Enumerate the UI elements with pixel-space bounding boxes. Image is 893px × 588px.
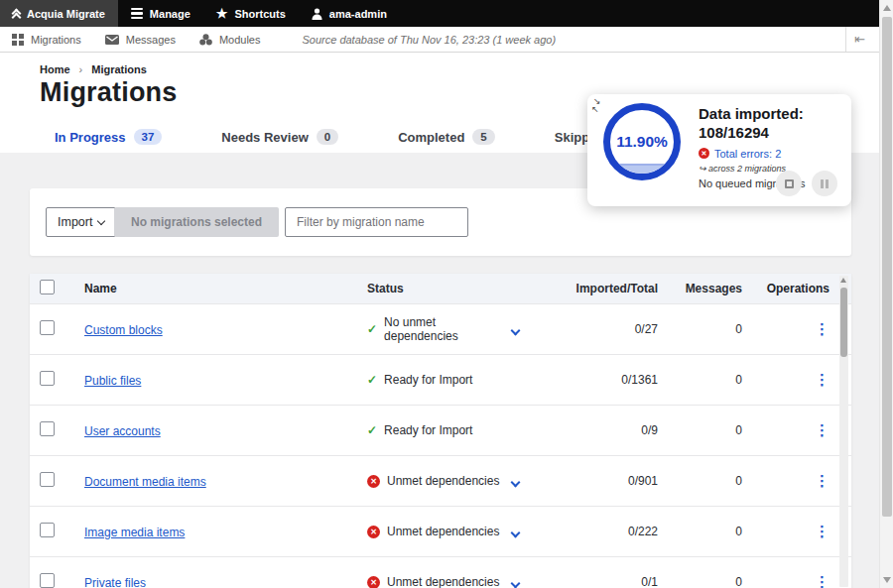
manage-label: Manage bbox=[150, 8, 191, 20]
migration-link[interactable]: Document media items bbox=[84, 475, 206, 489]
toolbar-item-manage[interactable]: Manage bbox=[118, 0, 203, 27]
tab-count-badge: 0 bbox=[317, 129, 338, 145]
shortcuts-label: Shortcuts bbox=[234, 8, 285, 20]
row-checkbox[interactable] bbox=[40, 320, 55, 335]
scroll-down-icon[interactable] bbox=[883, 577, 891, 583]
table-row: Image media items Unmet dependencies 0/2… bbox=[30, 506, 851, 556]
row-checkbox[interactable] bbox=[40, 573, 55, 588]
imported-total-value: 0/9 bbox=[546, 423, 658, 437]
row-checkbox[interactable] bbox=[40, 421, 55, 436]
status-icon bbox=[367, 475, 380, 488]
subnav-item-migrations[interactable]: Migrations bbox=[0, 34, 93, 46]
acquia-migrate-app: Acquia Migrate Manage ★ Shortcuts ama-ad… bbox=[0, 0, 893, 588]
double-chevron-up-icon bbox=[13, 10, 20, 17]
imported-total-value: 0/1361 bbox=[546, 373, 658, 387]
subnav-modules-label: Modules bbox=[219, 34, 261, 46]
table-scrollbar[interactable] bbox=[839, 276, 848, 587]
table-row: User accounts Ready for Import 0/9 0 ⋮ bbox=[30, 405, 851, 455]
progress-percent: 11.90% bbox=[610, 110, 674, 174]
migration-link[interactable]: Public files bbox=[84, 374, 141, 388]
toolbar-item-user[interactable]: ama-admin bbox=[299, 0, 400, 27]
table-row: Document media items Unmet dependencies … bbox=[30, 455, 851, 506]
status-text: Unmet dependencies bbox=[387, 474, 499, 488]
total-errors-link[interactable]: ✕ Total errors: 2 bbox=[699, 148, 843, 160]
toolbar-orientation-toggle[interactable]: ⇤ bbox=[845, 27, 873, 52]
pause-button[interactable] bbox=[812, 171, 837, 196]
kebab-menu-icon[interactable]: ⋮ bbox=[815, 371, 829, 388]
subnav-item-messages[interactable]: Messages bbox=[93, 34, 188, 46]
header-imported-total: Imported/Total bbox=[546, 282, 658, 295]
chevron-down-icon bbox=[97, 216, 105, 224]
tab-label: Completed bbox=[398, 130, 464, 145]
kebab-menu-icon[interactable]: ⋮ bbox=[815, 573, 829, 588]
progress-ring: 11.90% bbox=[603, 103, 681, 180]
data-imported-value: 108/16294 bbox=[699, 124, 769, 141]
import-progress-card: ↘ ↖ 11.90% Data imported: 108/16294 ✕ To… bbox=[587, 94, 851, 206]
subnav-item-modules[interactable]: Modules bbox=[188, 34, 273, 46]
breadcrumb: Home › Migrations bbox=[40, 63, 147, 75]
table-header-row: Name Status Imported/Total Messages Oper… bbox=[30, 274, 851, 303]
table-row: Private files Unmet dependencies 0/1 0 ⋮ bbox=[30, 556, 851, 588]
scroll-up-icon[interactable] bbox=[840, 278, 846, 283]
breadcrumb-home-link[interactable]: Home bbox=[40, 63, 70, 75]
status-icon bbox=[367, 576, 380, 588]
tab-count-badge: 37 bbox=[134, 129, 163, 145]
toolbar-item-shortcuts[interactable]: ★ Shortcuts bbox=[203, 0, 299, 27]
tab-label: Needs Review bbox=[221, 130, 308, 145]
status-text: Unmet dependencies bbox=[387, 575, 499, 588]
kebab-menu-icon[interactable]: ⋮ bbox=[815, 421, 829, 438]
toolbar-item-acquia-migrate[interactable]: Acquia Migrate bbox=[0, 0, 118, 27]
pause-icon bbox=[821, 179, 829, 188]
kebab-menu-icon[interactable]: ⋮ bbox=[815, 472, 829, 489]
resize-handle-icon[interactable]: ↘ ↖ bbox=[593, 97, 609, 115]
messages-count: 0 bbox=[658, 575, 742, 588]
imported-total-value: 0/901 bbox=[546, 474, 658, 488]
star-icon: ★ bbox=[216, 7, 228, 20]
imported-total-value: 0/27 bbox=[546, 322, 658, 336]
status-icon bbox=[367, 526, 380, 538]
status-text: Ready for Import bbox=[384, 373, 472, 387]
import-label: Import bbox=[58, 215, 92, 229]
page-scrollbar-thumb[interactable] bbox=[882, 17, 892, 517]
username-label: ama-admin bbox=[329, 8, 387, 20]
error-icon: ✕ bbox=[699, 148, 709, 159]
expand-chevron-icon[interactable] bbox=[511, 478, 521, 488]
page-scrollbar[interactable] bbox=[879, 0, 893, 588]
selection-status-button: No migrations selected bbox=[114, 207, 279, 237]
row-checkbox[interactable] bbox=[40, 523, 55, 537]
tab-label: In Progress bbox=[55, 130, 126, 145]
expand-chevron-icon[interactable] bbox=[511, 529, 521, 538]
imported-total-value: 0/1 bbox=[546, 575, 658, 588]
select-all-checkbox[interactable] bbox=[40, 280, 55, 294]
subnav-migrations-label: Migrations bbox=[31, 34, 81, 46]
collapse-arrow-icon: ⇤ bbox=[854, 32, 865, 47]
envelope-icon bbox=[105, 35, 119, 45]
hook-arrow-icon: ↪ bbox=[699, 164, 706, 174]
stop-button[interactable] bbox=[776, 171, 802, 196]
status-icon bbox=[367, 373, 377, 387]
migration-link[interactable]: User accounts bbox=[84, 424, 161, 438]
scroll-up-icon[interactable] bbox=[883, 5, 891, 11]
data-imported-heading: Data imported: 108/16294 bbox=[699, 105, 843, 143]
migration-link[interactable]: Private files bbox=[84, 576, 146, 588]
import-dropdown-button[interactable]: Import bbox=[46, 207, 116, 237]
migration-link[interactable]: Image media items bbox=[84, 526, 185, 539]
imported-total-value: 0/222 bbox=[546, 525, 658, 538]
expand-chevron-icon[interactable] bbox=[511, 326, 521, 336]
kebab-menu-icon[interactable]: ⋮ bbox=[815, 523, 829, 539]
expand-chevron-icon[interactable] bbox=[511, 579, 521, 588]
row-checkbox[interactable] bbox=[40, 472, 55, 487]
messages-count: 0 bbox=[658, 423, 742, 437]
status-text: Unmet dependencies bbox=[387, 525, 499, 538]
stop-icon bbox=[785, 179, 794, 188]
kebab-menu-icon[interactable]: ⋮ bbox=[815, 320, 829, 337]
row-checkbox[interactable] bbox=[40, 371, 55, 386]
messages-count: 0 bbox=[658, 474, 742, 488]
migration-link[interactable]: Custom blocks bbox=[84, 323, 163, 337]
user-icon bbox=[312, 8, 322, 20]
migration-filter-input[interactable] bbox=[285, 207, 468, 237]
table-scrollbar-thumb[interactable] bbox=[840, 288, 847, 357]
breadcrumb-separator: › bbox=[79, 63, 83, 75]
messages-count: 0 bbox=[658, 322, 742, 336]
status-text: No unmet dependencies bbox=[384, 315, 506, 343]
